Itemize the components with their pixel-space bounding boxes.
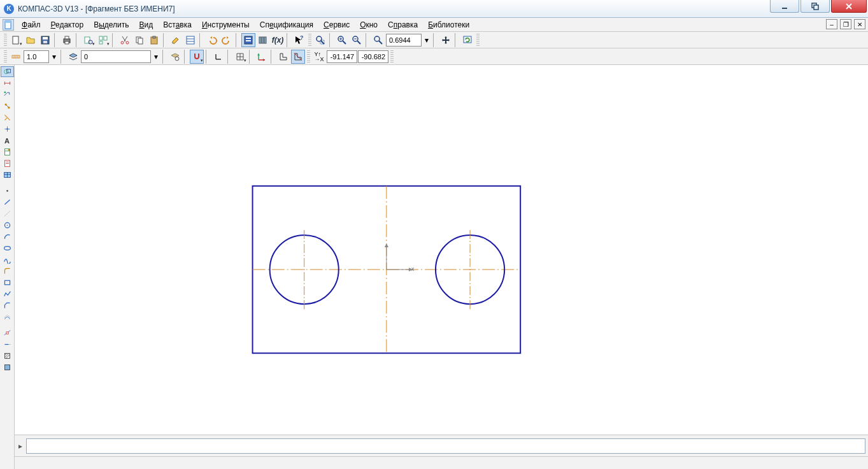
drawing-canvas[interactable]: x bbox=[15, 65, 868, 435]
zoom-dropdown-button[interactable]: ▾ bbox=[422, 33, 431, 47]
zoom-value-input[interactable] bbox=[386, 34, 422, 47]
coord-x-input[interactable] bbox=[327, 50, 357, 63]
close-button[interactable] bbox=[831, 0, 867, 13]
menu-insert[interactable]: Вставка bbox=[158, 19, 197, 31]
copy-button[interactable] bbox=[132, 33, 146, 47]
dimensions-mode-button[interactable] bbox=[1, 78, 14, 89]
menu-window[interactable]: Окно bbox=[355, 19, 383, 31]
menu-spec[interactable]: Спецификация bbox=[255, 19, 318, 31]
snap-toggle-button[interactable]: ▾ bbox=[190, 50, 204, 64]
help-cursor-button[interactable]: ? bbox=[292, 33, 306, 47]
layer-value-input[interactable] bbox=[81, 50, 151, 63]
hatch-tool-button[interactable] bbox=[1, 350, 14, 361]
toolbar-separator bbox=[112, 33, 116, 47]
params-mode-button[interactable] bbox=[1, 112, 14, 123]
chamfer-tool-button[interactable] bbox=[1, 300, 14, 311]
toolbar-separator bbox=[236, 33, 239, 47]
menu-view[interactable]: Вид bbox=[134, 19, 159, 31]
menu-service[interactable]: Сервис bbox=[318, 19, 355, 31]
zoom-out-button[interactable] bbox=[350, 33, 364, 47]
menu-tools[interactable]: Инструменты bbox=[197, 19, 255, 31]
layer-settings-button[interactable] bbox=[168, 50, 182, 64]
refresh-button[interactable] bbox=[460, 33, 474, 47]
geometry-mode-button[interactable] bbox=[1, 66, 14, 77]
menu-file[interactable]: Файл bbox=[17, 19, 46, 31]
offset-tool-button[interactable] bbox=[1, 312, 14, 322]
spec-mode-button[interactable] bbox=[1, 147, 14, 157]
local-cs-button[interactable] bbox=[255, 50, 269, 64]
redo-button[interactable] bbox=[220, 33, 234, 47]
open-button[interactable] bbox=[24, 33, 38, 47]
fillet-tool-button[interactable] bbox=[1, 266, 14, 277]
zoom-scale-button[interactable] bbox=[371, 33, 385, 47]
format-paint-button[interactable] bbox=[169, 33, 183, 47]
menu-help[interactable]: Справка bbox=[383, 19, 423, 31]
trim-tool-button[interactable] bbox=[1, 328, 14, 338]
toolbar-handle[interactable] bbox=[390, 50, 394, 63]
manager-button[interactable] bbox=[241, 33, 255, 47]
step-button[interactable] bbox=[9, 50, 23, 64]
coords-mode-button[interactable]: Y↑→X bbox=[312, 50, 326, 64]
zoom-in-button[interactable] bbox=[335, 33, 349, 47]
undo-button[interactable] bbox=[205, 33, 219, 47]
point-tool-button[interactable] bbox=[1, 185, 14, 196]
maximize-button[interactable] bbox=[800, 0, 830, 13]
minimize-button[interactable] bbox=[770, 0, 799, 13]
page-layout-button[interactable]: ▾ bbox=[96, 33, 110, 47]
measure-mode-button[interactable] bbox=[1, 124, 14, 134]
svg-rect-12 bbox=[65, 36, 69, 39]
aux-line-tool-button[interactable] bbox=[1, 208, 14, 219]
rect-tool-button[interactable] bbox=[1, 277, 14, 288]
table-mode-button[interactable] bbox=[1, 170, 14, 180]
menu-editor[interactable]: Редактор bbox=[46, 19, 89, 31]
step-value-input[interactable] bbox=[24, 50, 49, 63]
toolbar-handle[interactable] bbox=[308, 34, 311, 47]
step-dropdown-button[interactable]: ▾ bbox=[50, 50, 59, 64]
layer-dropdown-button[interactable]: ▾ bbox=[152, 50, 160, 64]
new-button[interactable]: ▾ bbox=[9, 33, 23, 47]
annotation-mode-button[interactable] bbox=[1, 89, 14, 100]
menu-select[interactable]: Выделить bbox=[89, 19, 134, 31]
properties-button[interactable] bbox=[183, 33, 197, 47]
child-close-button[interactable]: ✕ bbox=[854, 19, 865, 29]
paste-button[interactable] bbox=[147, 33, 161, 47]
mode-button-1[interactable] bbox=[276, 50, 290, 64]
ellipse-tool-button[interactable] bbox=[1, 243, 14, 254]
library-button[interactable] bbox=[256, 33, 270, 47]
save-button[interactable] bbox=[38, 33, 52, 47]
mode-button-2[interactable] bbox=[291, 50, 305, 64]
print-button[interactable] bbox=[60, 33, 74, 47]
toolbar-separator bbox=[249, 50, 253, 64]
expand-handle-icon[interactable]: ▸ bbox=[17, 438, 24, 454]
extend-tool-button[interactable] bbox=[1, 339, 14, 350]
spline-tool-button[interactable] bbox=[1, 254, 14, 265]
grid-button[interactable]: ▾ bbox=[233, 50, 247, 64]
document-menu-icon[interactable] bbox=[3, 19, 14, 31]
layers-button[interactable] bbox=[66, 50, 80, 64]
ortho-button[interactable] bbox=[211, 50, 225, 64]
cut-button[interactable] bbox=[118, 33, 132, 47]
toolbar-handle[interactable] bbox=[476, 34, 480, 47]
toolbar-handle[interactable] bbox=[4, 34, 7, 47]
report-mode-button[interactable] bbox=[1, 158, 14, 169]
coord-y-input[interactable] bbox=[358, 50, 388, 63]
toolbar-handle[interactable] bbox=[307, 50, 310, 63]
command-input[interactable] bbox=[26, 438, 865, 454]
toolbar-handle[interactable] bbox=[4, 50, 7, 63]
toolbar-separator bbox=[271, 50, 274, 64]
pan-button[interactable] bbox=[439, 33, 453, 47]
circle-tool-button[interactable] bbox=[1, 220, 14, 231]
text-mode-button[interactable]: A bbox=[1, 135, 14, 146]
arc-tool-button[interactable] bbox=[1, 231, 14, 242]
main-area: A bbox=[0, 65, 868, 469]
line-tool-button[interactable] bbox=[1, 197, 14, 208]
menu-libs[interactable]: Библиотеки bbox=[423, 19, 474, 31]
variables-button[interactable]: f(x) bbox=[271, 33, 285, 47]
fill-tool-button[interactable] bbox=[1, 362, 14, 373]
polyline-tool-button[interactable] bbox=[1, 289, 14, 299]
edit-mode-button[interactable] bbox=[1, 101, 14, 112]
zoom-window-button[interactable] bbox=[313, 33, 327, 47]
child-minimize-button[interactable]: – bbox=[826, 19, 837, 29]
child-restore-button[interactable]: ❐ bbox=[840, 19, 851, 29]
preview-button[interactable]: ▾ bbox=[82, 33, 96, 47]
